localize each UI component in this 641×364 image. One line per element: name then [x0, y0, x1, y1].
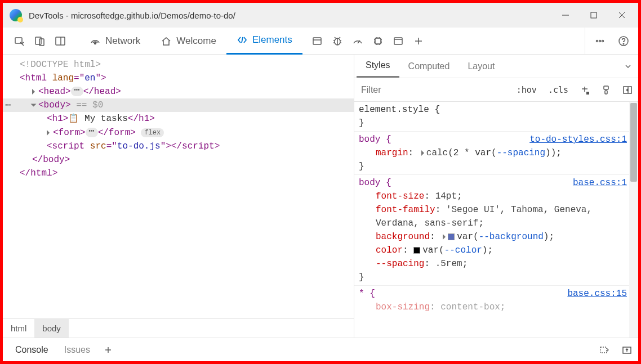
add-drawer-tab-icon[interactable]	[98, 340, 118, 360]
html-close-node[interactable]: </html>	[3, 167, 354, 180]
expand-shorthand-icon[interactable]	[421, 150, 424, 156]
console-drawer: Console Issues	[3, 338, 638, 361]
svg-rect-11	[313, 38, 321, 44]
body-close-node[interactable]: </body>	[3, 153, 354, 167]
doctype-node[interactable]: <!DOCTYPE html>	[20, 60, 101, 70]
styles-filter-input[interactable]	[354, 78, 511, 101]
detached-window-icon[interactable]	[388, 31, 408, 51]
source-link[interactable]: to-do-styles.css:1	[529, 133, 627, 146]
device-toggle-icon[interactable]	[30, 31, 50, 51]
app-icon	[10, 9, 22, 21]
memory-icon[interactable]	[368, 31, 388, 51]
dom-tree[interactable]: <!DOCTYPE html> <html lang="en"> <head>⋯…	[3, 55, 354, 318]
styles-tab-bar: Styles Computed Layout	[354, 55, 638, 78]
main-toolbar: Network Welcome Elements	[3, 28, 638, 55]
tab-network[interactable]: Network	[79, 28, 150, 55]
svg-rect-46	[605, 91, 607, 94]
html-open-node[interactable]: <html lang="en">	[3, 71, 354, 85]
source-link[interactable]: base.css:15	[567, 287, 627, 300]
h1-node[interactable]: <h1>📋 My tasks</h1>	[3, 112, 354, 126]
expander-icon[interactable]	[32, 89, 35, 95]
add-tab-icon[interactable]	[408, 31, 429, 51]
svg-point-39	[602, 40, 604, 42]
issues-counter-icon[interactable]	[593, 344, 616, 356]
tab-elements[interactable]: Elements	[226, 28, 302, 55]
performance-icon[interactable]	[348, 31, 368, 51]
computed-sidebar-icon[interactable]	[617, 78, 638, 101]
svg-rect-1	[591, 12, 597, 18]
rule-body-2[interactable]: body {base.css:1 font-size: 14pt; font-f…	[354, 175, 638, 286]
drawer-tab-console[interactable]: Console	[7, 345, 56, 355]
rule-universal[interactable]: * {base.css:15 box-sizing: content-box;	[354, 286, 638, 315]
svg-point-38	[599, 40, 601, 42]
ellipsis-icon[interactable]: ⋯	[71, 87, 83, 96]
minimize-button[interactable]	[551, 4, 580, 26]
svg-rect-5	[35, 37, 41, 44]
svg-rect-45	[604, 86, 608, 89]
window-title: DevTools - microsoftedge.github.io/Demos…	[29, 11, 551, 20]
clipboard-emoji-icon: 📋	[68, 114, 79, 124]
flex-pill[interactable]: flex	[141, 128, 164, 137]
svg-point-41	[623, 43, 624, 44]
rule-body-1[interactable]: body {to-do-styles.css:1 margin: calc(2 …	[354, 132, 638, 175]
paint-brush-icon[interactable]	[595, 78, 617, 101]
svg-rect-20	[375, 38, 381, 44]
inspect-icon[interactable]	[10, 31, 30, 51]
help-icon[interactable]	[613, 31, 634, 51]
collapse-drawer-icon[interactable]	[616, 344, 638, 356]
color-swatch-icon[interactable]	[448, 233, 455, 240]
tab-welcome-label: Welcome	[176, 35, 216, 47]
scrollbar-thumb[interactable]	[630, 103, 637, 182]
head-node[interactable]: <head>⋯</head>	[3, 85, 354, 98]
tab-elements-label: Elements	[252, 34, 292, 46]
selected-node-annotation: == $0	[76, 100, 103, 110]
expand-shorthand-icon[interactable]	[443, 234, 446, 240]
color-swatch-icon[interactable]	[413, 247, 420, 254]
maximize-button[interactable]	[580, 4, 608, 26]
application-icon[interactable]	[307, 31, 327, 51]
breadcrumb: html body	[3, 318, 354, 338]
styles-tab-styles[interactable]: Styles	[357, 55, 399, 78]
rule-element-style[interactable]: element.style { }	[354, 102, 638, 132]
drawer-tab-issues[interactable]: Issues	[56, 345, 98, 355]
styles-rules[interactable]: element.style { } body {to-do-styles.css…	[354, 102, 638, 338]
expand-pane-icon[interactable]	[618, 62, 638, 71]
crumb-body[interactable]: body	[34, 319, 69, 338]
svg-point-9	[95, 42, 96, 44]
expander-open-icon[interactable]	[31, 104, 37, 106]
bug-icon[interactable]	[327, 31, 348, 51]
source-link[interactable]: base.css:1	[573, 176, 627, 190]
crumb-html[interactable]: html	[3, 319, 34, 338]
body-node-selected[interactable]: <body> == $0	[3, 98, 354, 112]
form-node[interactable]: <form>⋯</form> flex	[3, 126, 354, 140]
svg-line-10	[242, 37, 243, 43]
svg-rect-7	[56, 37, 65, 45]
expander-icon[interactable]	[47, 130, 50, 136]
svg-rect-33	[394, 38, 402, 44]
svg-rect-51	[600, 347, 607, 353]
dock-side-icon[interactable]	[50, 31, 70, 51]
new-style-rule-icon[interactable]	[574, 78, 595, 101]
hov-toggle[interactable]: :hov	[511, 78, 542, 101]
tab-network-label: Network	[105, 35, 140, 47]
styles-filter-row: :hov .cls	[354, 78, 638, 102]
tab-welcome[interactable]: Welcome	[150, 28, 226, 55]
window-titlebar: DevTools - microsoftedge.github.io/Demos…	[3, 3, 638, 28]
script-node[interactable]: <script src="to-do.js"></script>	[3, 140, 354, 153]
more-options-icon[interactable]	[590, 31, 610, 51]
svg-rect-44	[586, 92, 589, 95]
ellipsis-icon[interactable]: ⋯	[86, 128, 98, 137]
styles-tab-layout[interactable]: Layout	[459, 55, 504, 78]
styles-tab-computed[interactable]: Computed	[399, 55, 459, 78]
svg-point-37	[597, 40, 598, 42]
cls-toggle[interactable]: .cls	[542, 78, 574, 101]
close-window-button[interactable]	[608, 4, 636, 26]
